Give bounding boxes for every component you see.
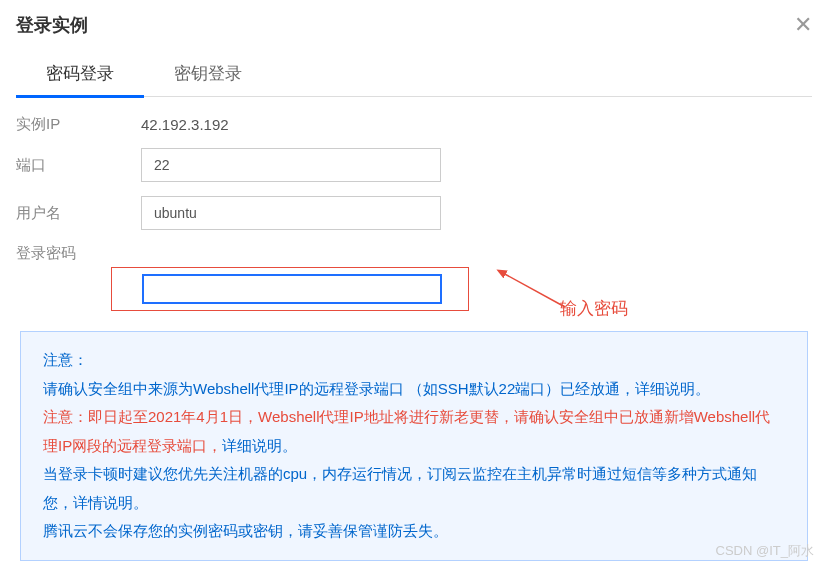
password-input[interactable] (142, 274, 442, 304)
tab-key[interactable]: 密钥登录 (144, 54, 272, 96)
notice-l1: 注意： (43, 351, 88, 368)
login-tabs: 密码登录 密钥登录 (16, 54, 812, 97)
username-input[interactable] (141, 196, 441, 230)
svg-line-0 (503, 273, 565, 307)
notice-l2a: 请确认安全组中来源为 (43, 380, 193, 397)
detail-link-1[interactable]: 详细说明 (635, 380, 695, 397)
port-label: 端口 (16, 156, 141, 175)
notice-l2e: 。 (695, 380, 710, 397)
ip-value: 42.192.3.192 (141, 116, 229, 133)
password-label: 登录密码 (16, 244, 141, 263)
close-icon[interactable]: ✕ (794, 12, 812, 38)
ip-label: 实例IP (16, 115, 141, 134)
tab-password[interactable]: 密码登录 (16, 54, 144, 98)
cloud-monitor-link[interactable]: 云监控 (457, 465, 502, 482)
watermark: CSDN @IT_阿水 (716, 542, 814, 560)
notice-box: 注意： 请确认安全组中来源为Webshell代理IP的远程登录端口 （如SSH默… (20, 331, 808, 561)
notice-l3c: 。 (282, 437, 297, 454)
password-highlight (111, 267, 469, 311)
annotation-text: 输入密码 (560, 297, 628, 320)
detail-link-3[interactable]: 详情说明 (73, 494, 133, 511)
notice-l5: 腾讯云不会保存您的实例密码或密钥，请妥善保管谨防丢失。 (43, 522, 448, 539)
username-label: 用户名 (16, 204, 141, 223)
webshell-ip-link[interactable]: Webshell代理IP (193, 380, 299, 397)
detail-link-2[interactable]: 详细说明 (222, 437, 282, 454)
notice-l4e: 。 (133, 494, 148, 511)
notice-l3: 注意：即日起至2021年4月1日，Webshell代理IP地址将进行新老更替，请… (43, 408, 770, 454)
notice-l2c: 的远程登录端口 （如SSH默认22端口）已经放通， (299, 380, 636, 397)
port-input[interactable] (141, 148, 441, 182)
dialog-title: 登录实例 (16, 13, 88, 37)
notice-l4a: 当登录卡顿时建议您优先关注机器的cpu，内存运行情况，订阅 (43, 465, 457, 482)
